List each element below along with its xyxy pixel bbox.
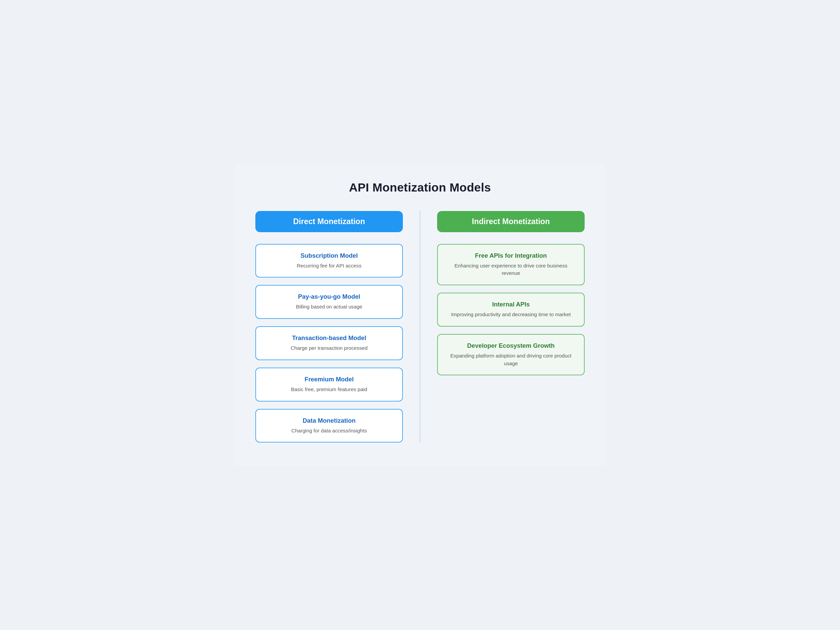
left-cards-container: Subscription Model Recurring fee for API…: [255, 244, 403, 443]
card-title: Free APIs for Integration: [447, 252, 575, 259]
direct-monetization-header: Direct Monetization: [255, 211, 403, 232]
page-container: API Monetization Models Direct Monetizat…: [235, 164, 605, 466]
card-title: Subscription Model: [265, 252, 393, 259]
card-title: Freemium Model: [265, 376, 393, 383]
left-column: Direct Monetization Subscription Model R…: [255, 211, 420, 443]
card-title: Developer Ecosystem Growth: [447, 342, 575, 349]
card-description: Billing based on actual usage: [265, 303, 393, 311]
page-title: API Monetization Models: [255, 181, 585, 194]
columns-wrapper: Direct Monetization Subscription Model R…: [255, 211, 585, 443]
left-card: Data Monetization Charging for data acce…: [255, 409, 403, 443]
card-description: Enhancing user experience to drive core …: [447, 262, 575, 278]
indirect-monetization-header: Indirect Monetization: [437, 211, 585, 232]
left-card: Transaction-based Model Charge per trans…: [255, 326, 403, 360]
card-title: Internal APIs: [447, 301, 575, 308]
right-card: Internal APIs Improving productivity and…: [437, 293, 585, 327]
card-title: Data Monetization: [265, 417, 393, 425]
right-card: Developer Ecosystem Growth Expanding pla…: [437, 334, 585, 376]
card-title: Pay-as-you-go Model: [265, 293, 393, 300]
card-description: Basic free, premium features paid: [265, 386, 393, 393]
right-card: Free APIs for Integration Enhancing user…: [437, 244, 585, 286]
right-column: Indirect Monetization Free APIs for Inte…: [420, 211, 585, 376]
card-description: Expanding platform adoption and driving …: [447, 352, 575, 368]
left-card: Subscription Model Recurring fee for API…: [255, 244, 403, 278]
left-card: Freemium Model Basic free, premium featu…: [255, 368, 403, 401]
card-description: Charge per transaction processed: [265, 344, 393, 352]
card-description: Charging for data access/insights: [265, 427, 393, 435]
left-card: Pay-as-you-go Model Billing based on act…: [255, 285, 403, 319]
card-description: Recurring fee for API access: [265, 262, 393, 270]
card-description: Improving productivity and decreasing ti…: [447, 311, 575, 319]
card-title: Transaction-based Model: [265, 334, 393, 342]
right-cards-container: Free APIs for Integration Enhancing user…: [437, 244, 585, 376]
